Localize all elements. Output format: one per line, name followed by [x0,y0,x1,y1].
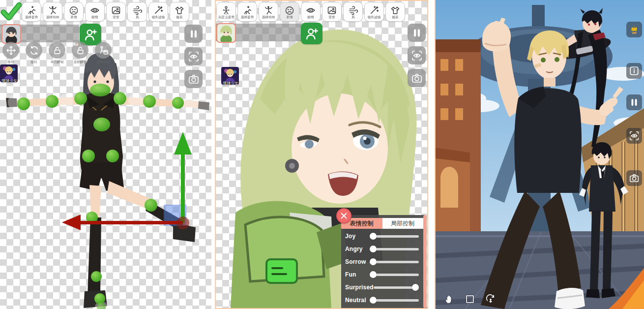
toolbar-clothing[interactable]: 服装 [385,2,405,22]
square-icon [465,294,475,305]
toolbar-select-animation[interactable]: 选择动画 [43,2,62,22]
expression-sliders: Joy Angry Sorrow Fun Surprised [341,230,423,309]
frame-select-button[interactable] [464,293,476,305]
screenshot-button[interactable] [408,69,426,87]
slider-thumb[interactable] [370,246,377,252]
running-figure-icon [242,5,252,15]
slider-track[interactable] [370,274,419,276]
toolbar-label: 选择姿势 [25,15,38,19]
slider-thumb[interactable] [370,258,377,265]
slider-thumb[interactable] [370,271,377,278]
toolbar-custom-pose[interactable]: 自定义姿势 [216,2,236,22]
toolbar-camera-filter[interactable]: 镜头滤镜 [148,2,168,22]
screenshot-button[interactable] [184,70,203,88]
add-character-button[interactable] [301,23,322,44]
library-item-pinball-girl[interactable]: 弹球少女 [0,64,19,84]
dancing-figure-icon [263,5,273,15]
reset-rotation-button[interactable] [485,293,497,305]
slider-track[interactable] [370,235,419,238]
toolbar-eyes[interactable]: 眼睛 [301,2,321,22]
eye-icon [90,5,100,15]
confirm-pose-button[interactable] [0,0,23,22]
pose-tools: 移动 旋转 单点解锁 All 全部解锁 姿势存储 [1,42,113,64]
hand-drag-button[interactable] [443,293,455,305]
panel-expression-editor: 自定义姿势 选择姿势 选择动画 表情 眼睛 背景 [215,0,428,309]
info-icon [629,65,640,76]
toolbar-wind[interactable]: 风 [127,2,147,22]
pause-button[interactable] [626,94,642,110]
hand-icon [444,294,455,305]
library-item-pinball-girl[interactable]: 弹球少女 [221,67,240,86]
focus-view-button[interactable] [626,128,642,144]
library-item-label: 弹球少女 [221,81,240,86]
left-buildings [436,39,481,248]
all-badge: All [73,42,78,47]
toolbar-camera-filter[interactable]: 镜头滤镜 [364,2,384,22]
vip-button[interactable]: VIP [626,22,642,37]
toolbar-clothing[interactable]: 服装 [170,2,189,22]
pause-icon [188,28,200,40]
slider-track[interactable] [370,299,419,302]
toolbar-background[interactable]: 背景 [106,2,126,22]
slider-angry: Angry [341,243,423,255]
wind-icon [132,5,142,15]
expression-control-panel: 表情控制 局部控制 Joy Angry Sorrow Fun [341,215,427,308]
expression-panel-scrollbar[interactable] [423,215,427,308]
sad-face-icon [69,5,79,15]
camera-icon [411,72,423,84]
vip-label: VIP [632,31,637,34]
toolbar-background[interactable]: 背景 [322,2,342,22]
panel-pose-editor: 选择姿势 选择动画 表情 眼睛 背景 风 [0,0,211,309]
save-pose-icon [98,45,109,56]
eye-frame-icon [629,130,640,141]
rotate-tool[interactable]: 旋转 [24,42,44,64]
magic-wand-icon [369,5,379,15]
tab-local-control[interactable]: 局部控制 [382,218,424,229]
rotate-arrows-icon [29,45,39,56]
active-character-avatar[interactable] [216,23,236,43]
toolbar-select-pose[interactable]: 选择姿势 [22,2,41,22]
check-icon [0,1,22,21]
move-tool[interactable]: 移动 [1,42,21,64]
save-pose-tool[interactable]: 姿势存储 [93,42,113,64]
unlock-all-tool[interactable]: All 全部解锁 [70,42,90,64]
pause-button[interactable] [408,24,426,42]
unlock-single-tool[interactable]: 单点解锁 [47,42,67,64]
toolbar-select-pose[interactable]: 选择姿势 [237,2,257,22]
scene-viewport[interactable] [436,0,644,309]
slider-track[interactable] [370,248,419,250]
focus-view-button[interactable] [408,46,426,64]
screenshot-button[interactable] [626,170,642,186]
active-character-avatar[interactable] [1,24,21,44]
view-controls [184,25,203,88]
close-expression-panel-button[interactable] [336,208,351,223]
pause-button[interactable] [184,25,203,43]
toolbar-expression-active[interactable]: 表情 [280,2,299,22]
view-controls [408,24,426,87]
slider-track[interactable] [370,261,419,263]
avatar [2,25,20,43]
slider-thumb[interactable] [370,233,377,240]
rotate-figure-icon [485,294,496,305]
shoulder-armor [231,201,348,308]
eye-frame-icon [411,50,423,62]
info-button[interactable] [626,63,642,79]
focus-view-button[interactable] [184,47,203,65]
toolbar-eyes[interactable]: 眼睛 [85,2,105,22]
slider-blink: Blink [341,307,423,309]
magic-wand-icon [153,5,163,15]
expression-tabs: 表情控制 局部控制 [341,218,423,229]
slider-thumb[interactable] [370,297,377,304]
toolbar-select-animation[interactable]: 选择动画 [259,2,278,22]
t-shirt-icon [390,5,400,15]
toolbar-expression[interactable]: 表情 [64,2,84,22]
sad-face-icon [285,5,294,15]
slider-track[interactable] [374,286,419,289]
unlock-icon [52,45,62,56]
toolbar-wind[interactable]: 风 [343,2,363,22]
slider-thumb[interactable] [412,284,419,291]
panel-scene-viewer: VIP [435,0,644,309]
camera-icon [629,173,640,184]
library-item-label: 弹球少女 [0,78,19,84]
running-figure-icon [27,5,36,15]
